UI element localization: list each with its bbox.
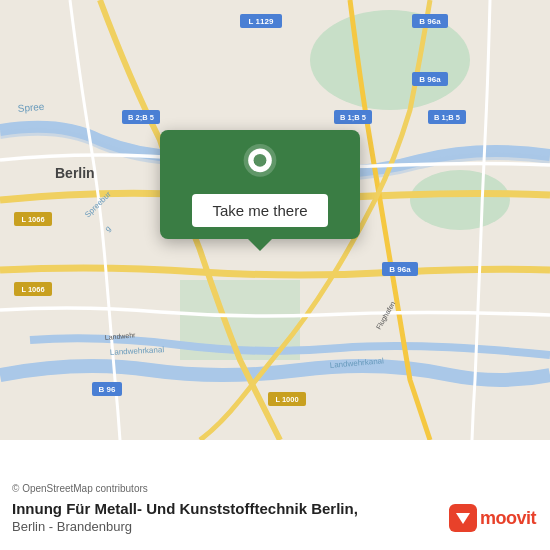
svg-text:B 96a: B 96a <box>419 17 441 26</box>
svg-text:L 1066: L 1066 <box>21 285 44 294</box>
svg-text:B 96a: B 96a <box>419 75 441 84</box>
bottom-info-panel: © OpenStreetMap contributors Innung Für … <box>0 440 550 550</box>
svg-text:B 2;B 5: B 2;B 5 <box>128 113 154 122</box>
location-popup: Take me there <box>160 130 360 239</box>
location-pin-icon <box>240 144 280 184</box>
map-attribution: © OpenStreetMap contributors <box>12 483 538 494</box>
svg-text:B 96a: B 96a <box>389 265 411 274</box>
moovit-icon <box>449 504 477 532</box>
svg-text:L 1066: L 1066 <box>21 215 44 224</box>
svg-text:Spree: Spree <box>17 101 45 114</box>
moovit-logo: moovit <box>449 504 536 532</box>
svg-text:B 1;B 5: B 1;B 5 <box>340 113 366 122</box>
map-view: Berlin Spree Spreebur g Landwehrkanal La… <box>0 0 550 440</box>
svg-text:B 96: B 96 <box>99 385 116 394</box>
svg-text:Berlin: Berlin <box>55 165 95 181</box>
take-me-there-button[interactable]: Take me there <box>192 194 327 227</box>
svg-text:L 1000: L 1000 <box>275 395 298 404</box>
svg-text:B 1;B 5: B 1;B 5 <box>434 113 460 122</box>
moovit-brand-name: moovit <box>480 508 536 529</box>
svg-text:L 1129: L 1129 <box>249 17 274 26</box>
svg-point-3 <box>410 170 510 230</box>
